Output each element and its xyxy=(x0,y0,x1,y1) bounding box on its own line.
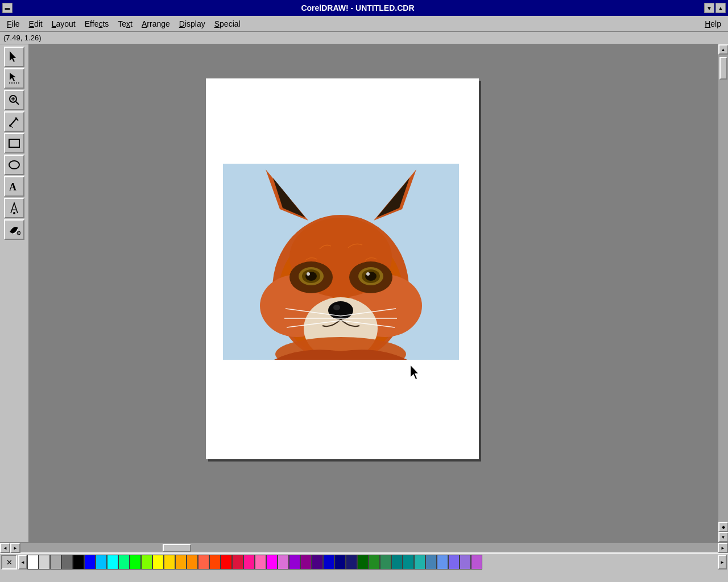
scroll-mid-indicator: ◆ xyxy=(718,522,729,532)
svg-point-39 xyxy=(328,301,353,319)
color-swatch-11[interactable] xyxy=(152,555,164,569)
rectangle-tool[interactable] xyxy=(4,133,24,153)
svg-marker-1 xyxy=(10,73,16,81)
color-swatch-27[interactable] xyxy=(334,555,346,569)
color-swatch-36[interactable] xyxy=(437,555,448,569)
color-swatch-17[interactable] xyxy=(221,555,232,569)
menu-edit[interactable]: Edit xyxy=(24,18,47,30)
color-swatch-12[interactable] xyxy=(164,555,175,569)
horizontal-scrollbar[interactable]: ◄ ► ► xyxy=(0,542,728,552)
scroll-thumb-horizontal[interactable] xyxy=(163,544,191,552)
node-edit-tool[interactable] xyxy=(4,68,24,89)
document-page xyxy=(206,78,479,459)
svg-line-10 xyxy=(10,126,13,128)
color-swatch-7[interactable] xyxy=(107,555,118,569)
palette-scroll-right[interactable]: ► xyxy=(718,555,727,569)
scroll-right-button[interactable]: ► xyxy=(10,543,20,553)
color-swatch-33[interactable] xyxy=(403,555,414,569)
color-swatch-38[interactable] xyxy=(460,555,471,569)
menu-text[interactable]: Text xyxy=(113,18,137,30)
svg-point-16 xyxy=(17,231,20,235)
color-swatch-1[interactable] xyxy=(39,555,50,569)
menu-display[interactable]: Display xyxy=(175,18,210,30)
outline-tool[interactable] xyxy=(4,198,24,218)
color-swatch-32[interactable] xyxy=(391,555,403,569)
color-swatch-35[interactable] xyxy=(425,555,437,569)
color-swatch-10[interactable] xyxy=(141,555,152,569)
color-swatch-20[interactable] xyxy=(255,555,266,569)
color-swatch-18[interactable] xyxy=(232,555,243,569)
menu-special[interactable]: Special xyxy=(210,18,245,30)
fox-svg xyxy=(223,164,459,360)
color-swatch-5[interactable] xyxy=(84,555,96,569)
color-swatch-16[interactable] xyxy=(209,555,221,569)
svg-marker-0 xyxy=(10,51,16,62)
scroll-thumb-vertical[interactable] xyxy=(719,57,727,80)
toolbar: A xyxy=(0,44,30,542)
menu-file[interactable]: File xyxy=(2,18,24,30)
color-swatch-28[interactable] xyxy=(346,555,357,569)
color-swatches-container xyxy=(27,555,718,569)
vertical-scrollbar[interactable]: ▲ ◆ ▼ xyxy=(718,44,728,542)
menu-arrange[interactable]: Arrange xyxy=(137,18,175,30)
title-bar-left: ▬ xyxy=(0,3,13,13)
coords-bar: (7.49, 1.26) xyxy=(0,32,728,44)
system-menu-button[interactable]: ▬ xyxy=(2,3,13,13)
color-swatch-23[interactable] xyxy=(289,555,300,569)
svg-point-12 xyxy=(9,161,19,169)
color-swatch-13[interactable] xyxy=(175,555,187,569)
fill-tool[interactable] xyxy=(4,219,24,240)
color-swatch-8[interactable] xyxy=(118,555,130,569)
menu-effects[interactable]: Effects xyxy=(80,18,114,30)
ellipse-tool[interactable] xyxy=(4,155,24,175)
pencil-tool[interactable] xyxy=(4,111,24,132)
scroll-down-button[interactable]: ▼ xyxy=(718,532,729,542)
color-swatch-3[interactable] xyxy=(61,555,73,569)
svg-text:A: A xyxy=(9,181,16,193)
color-swatch-9[interactable] xyxy=(130,555,141,569)
color-swatch-22[interactable] xyxy=(278,555,289,569)
color-swatch-19[interactable] xyxy=(243,555,255,569)
menu-bar: File Edit Layout Effects Text Arrange Di… xyxy=(0,16,728,32)
svg-point-14 xyxy=(13,212,15,214)
select-tool[interactable] xyxy=(4,47,24,67)
title-bar: ▬ CorelDRAW! - UNTITLED.CDR ▼ ▲ xyxy=(0,0,728,16)
canvas-area[interactable] xyxy=(30,44,718,542)
color-swatch-4[interactable] xyxy=(73,555,84,569)
color-swatch-14[interactable] xyxy=(187,555,198,569)
scroll-track-horizontal[interactable] xyxy=(20,543,718,552)
scroll-left-button[interactable]: ◄ xyxy=(0,543,10,553)
title-bar-right: ▼ ▲ xyxy=(703,3,728,13)
scroll-right-end-button[interactable]: ► xyxy=(718,543,728,553)
fox-image xyxy=(223,164,459,360)
text-tool[interactable]: A xyxy=(4,176,24,197)
color-swatch-29[interactable] xyxy=(357,555,369,569)
scroll-up-button[interactable]: ▲ xyxy=(718,44,729,55)
maximize-button[interactable]: ▲ xyxy=(715,3,726,13)
title-bar-title: CorelDRAW! - UNTITLED.CDR xyxy=(13,3,703,13)
color-swatch-15[interactable] xyxy=(198,555,209,569)
color-swatch-2[interactable] xyxy=(50,555,61,569)
color-swatch-39[interactable] xyxy=(471,555,482,569)
color-swatch-24[interactable] xyxy=(300,555,312,569)
svg-rect-11 xyxy=(9,139,19,147)
zoom-tool[interactable] xyxy=(4,90,24,110)
svg-point-40 xyxy=(333,305,340,310)
scroll-track-vertical[interactable] xyxy=(718,55,728,522)
color-swatch-6[interactable] xyxy=(96,555,107,569)
color-swatch-0[interactable] xyxy=(27,555,39,569)
palette-scroll-left[interactable]: ◄ xyxy=(18,555,27,569)
svg-point-37 xyxy=(307,272,310,276)
no-color-button[interactable]: ✕ xyxy=(1,555,17,569)
color-swatch-21[interactable] xyxy=(266,555,278,569)
color-swatch-31[interactable] xyxy=(380,555,391,569)
minimize-button[interactable]: ▼ xyxy=(704,3,714,13)
color-swatch-30[interactable] xyxy=(369,555,380,569)
menu-help[interactable]: Help xyxy=(700,18,726,30)
color-swatch-34[interactable] xyxy=(414,555,425,569)
color-swatch-26[interactable] xyxy=(323,555,334,569)
svg-line-4 xyxy=(16,102,19,105)
color-swatch-25[interactable] xyxy=(312,555,323,569)
color-swatch-37[interactable] xyxy=(448,555,460,569)
menu-layout[interactable]: Layout xyxy=(47,18,80,30)
